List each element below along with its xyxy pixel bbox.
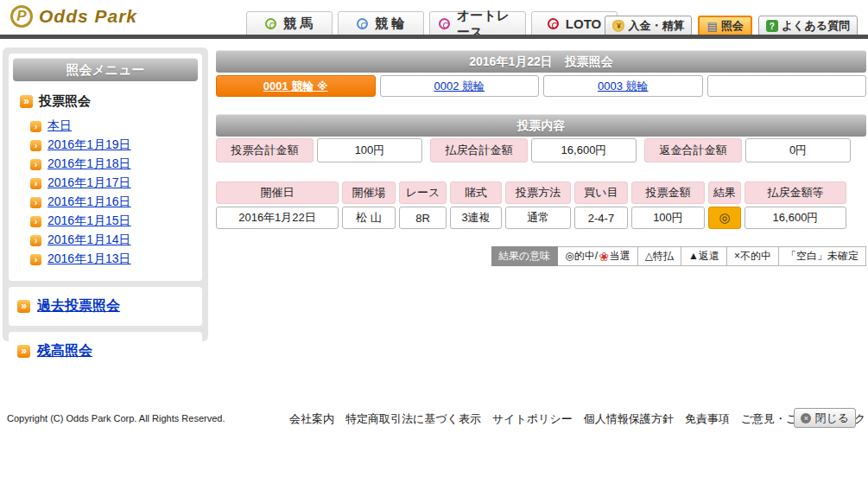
col-header-race: レース	[399, 181, 447, 204]
book-icon: ▤	[706, 21, 717, 32]
utility-label: よくある質問	[782, 18, 850, 34]
col-header-amount: 投票金額	[631, 181, 705, 204]
nav-tab-keirin[interactable]: 競 輪	[338, 11, 424, 36]
vote-inquiry-label: 投票照会	[39, 93, 91, 110]
col-header-result: 結果	[708, 181, 741, 204]
vote-inquiry-heading: » 投票照会	[20, 93, 198, 110]
chevron-icon: ›	[30, 197, 41, 208]
copyright-text: Copyright (C) Odds Park Corp. All Rights…	[7, 413, 225, 423]
legend-miss: ×不的中	[727, 246, 779, 266]
legend-hit: ◎的中/ ❀ 当選	[558, 246, 638, 266]
race-tab-empty	[707, 75, 867, 97]
double-chevron-icon: »	[17, 300, 30, 313]
cell-race: 8R	[399, 207, 447, 229]
chevron-icon: ›	[30, 254, 41, 265]
legend-hit-post: 当選	[610, 249, 630, 264]
faq-button[interactable]: ? よくある質問	[758, 16, 858, 36]
legend-tokubarai: △特払	[638, 246, 681, 266]
table-row: 2016年1月22日 松 山 8R 3連複 通常 2-4-7 100円 ◎ 16…	[216, 207, 866, 229]
footer-links: 会社案内 特定商取引法に基づく表示 サイトポリシー 個人情報保護方針 免責事項 …	[289, 411, 865, 427]
loto-icon	[548, 18, 559, 29]
totals-row: 投票合計金額 100円 払戻合計金額 16,600円 返金合計金額 0円	[216, 138, 866, 162]
cell-method: 通常	[505, 207, 571, 229]
date-link[interactable]: 2016年1月14日	[48, 232, 131, 248]
page-footer: Copyright (C) Odds Park Corp. All Rights…	[0, 408, 868, 432]
race-tab-0001[interactable]: 0001 競輪 ※	[216, 75, 376, 97]
odds-park-logo[interactable]: P Odds Park	[10, 5, 137, 28]
main-content: 2016年1月22日 投票照会 0001 競輪 ※ 0002 競輪 0003 競…	[216, 50, 866, 266]
cell-bet-type: 3連複	[450, 207, 502, 229]
utility-buttons: ¥ 入金・精算 ▤ 照会 ? よくある質問	[605, 16, 858, 36]
deposit-settlement-button[interactable]: ¥ 入金・精算	[605, 16, 692, 36]
list-item: ›2016年1月13日	[30, 252, 198, 267]
nav-tab-label: 競 輪	[375, 16, 404, 32]
cell-selection: 2-4-7	[574, 207, 628, 229]
cell-amount: 100円	[631, 207, 705, 229]
inquiry-button[interactable]: ▤ 照会	[698, 16, 751, 36]
inquiry-sidebar: 照会メニュー » 投票照会 ›本日 ›2016年1月19日 ›2016年1月18…	[3, 48, 208, 341]
rose-icon: ❀	[599, 250, 609, 264]
header-divider	[0, 35, 868, 39]
date-link[interactable]: 2016年1月15日	[48, 213, 131, 229]
money-bag-icon: ¥	[612, 20, 624, 32]
date-link[interactable]: 2016年1月17日	[48, 175, 131, 191]
footer-link-commerce-law[interactable]: 特定商取引法に基づく表示	[345, 411, 481, 427]
race-tab-0003[interactable]: 0003 競輪	[543, 75, 703, 97]
list-item: ›2016年1月17日	[30, 175, 198, 191]
race-tabs: 0001 競輪 ※ 0002 競輪 0003 競輪	[216, 75, 866, 97]
list-item: ›2016年1月14日	[30, 232, 198, 248]
balance-inquiry-link[interactable]: 残高照会	[37, 342, 92, 360]
date-link[interactable]: 2016年1月13日	[48, 252, 131, 267]
section-title-vote-content: 投票内容	[216, 114, 866, 137]
total-bet-label: 投票合計金額	[216, 138, 314, 162]
list-item: ›2016年1月15日	[30, 213, 198, 229]
legend-title: 結果の意味	[491, 246, 558, 266]
close-button[interactable]: × 閉じる	[794, 408, 856, 428]
logo-text: Odds Park	[39, 6, 137, 27]
date-link-today[interactable]: 本日	[48, 118, 72, 134]
list-item: ›2016年1月19日	[30, 137, 198, 153]
chevron-icon: ›	[30, 121, 41, 132]
bet-table: 開催日 開催場 レース 賭式 投票方法 買い目 投票金額 結果 払戻金額等 20…	[216, 181, 866, 229]
col-header-payout: 払戻金額等	[744, 181, 846, 204]
footer-link-disclaimer[interactable]: 免責事項	[685, 411, 730, 427]
inquiry-menu-title: 照会メニュー	[13, 58, 198, 81]
chevron-icon: ›	[30, 235, 41, 246]
list-item: ›2016年1月18日	[30, 156, 198, 172]
autorace-icon	[439, 18, 450, 29]
total-refund-label: 返金合計金額	[644, 138, 742, 162]
date-link[interactable]: 2016年1月18日	[48, 156, 131, 172]
footer-link-company[interactable]: 会社案内	[289, 411, 334, 427]
question-icon: ?	[766, 20, 778, 32]
date-link-list: ›本日 ›2016年1月19日 ›2016年1月18日 ›2016年1月17日 …	[30, 118, 198, 267]
utility-label: 入金・精算	[628, 18, 684, 34]
main-nav: 競 馬 競 輪 オートレース LOTO	[246, 11, 618, 36]
col-header-method: 投票方法	[505, 181, 571, 204]
total-payout-label: 払戻合計金額	[430, 138, 528, 162]
total-payout-value: 16,600円	[531, 138, 637, 162]
total-refund-value: 0円	[745, 138, 851, 162]
list-item: ›本日	[30, 118, 198, 134]
cell-venue: 松 山	[342, 207, 396, 229]
utility-label: 照会	[721, 18, 744, 34]
chevron-icon: ›	[30, 178, 41, 189]
race-tab-0002[interactable]: 0002 競輪	[380, 75, 540, 97]
inquiry-menu-box: 照会メニュー » 投票照会 ›本日 ›2016年1月19日 ›2016年1月18…	[9, 54, 202, 281]
keirin-icon	[357, 18, 368, 29]
cell-result-hit: ◎	[708, 207, 741, 229]
footer-link-site-policy[interactable]: サイトポリシー	[492, 411, 573, 427]
legend-blank: 「空白」未確定	[779, 246, 866, 266]
past-vote-inquiry-link[interactable]: 過去投票照会	[37, 297, 120, 315]
close-icon: ×	[801, 413, 811, 423]
double-chevron-icon: »	[17, 345, 30, 358]
nav-tab-autorace[interactable]: オートレース	[429, 11, 526, 36]
past-vote-inquiry-box: » 過去投票照会	[9, 287, 202, 326]
col-header-selection: 買い目	[574, 181, 628, 204]
footer-link-privacy[interactable]: 個人情報保護方針	[584, 411, 674, 427]
date-link[interactable]: 2016年1月16日	[48, 194, 131, 210]
nav-tab-label: 競 馬	[283, 16, 313, 32]
legend-henkan: ▲返還	[681, 246, 727, 266]
chevron-icon: ›	[30, 159, 41, 170]
nav-tab-keiba[interactable]: 競 馬	[246, 11, 333, 36]
date-link[interactable]: 2016年1月19日	[48, 137, 131, 153]
